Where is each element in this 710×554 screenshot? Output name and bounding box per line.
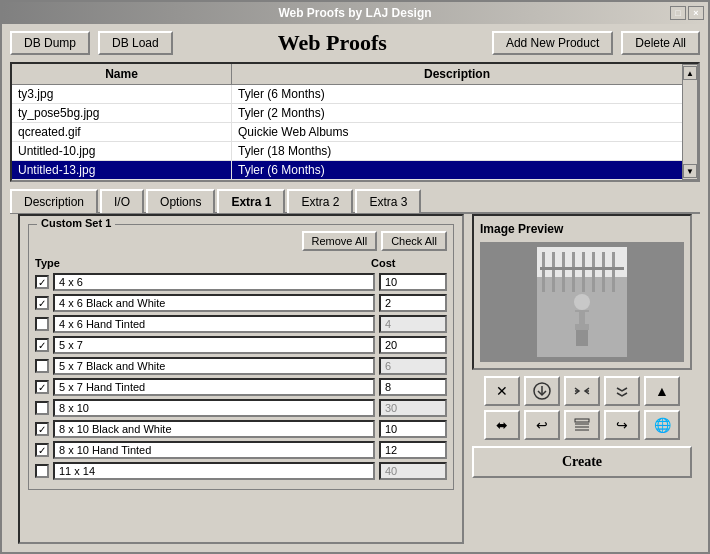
product-checkbox-9[interactable] [35, 464, 49, 478]
row-desc: Tyler (6 Months) [232, 85, 682, 103]
main-content: Custom Set 1 Remove All Check All Type C… [10, 212, 700, 552]
close-icon-btn[interactable]: ✕ [484, 376, 520, 406]
product-cost-9[interactable]: 40 [379, 462, 447, 480]
product-checkbox-2[interactable] [35, 317, 49, 331]
custom-set-label: Custom Set 1 [37, 217, 115, 229]
top-buttons: Remove All Check All [35, 231, 447, 251]
svg-rect-8 [602, 252, 605, 292]
table-row[interactable]: Untitled-13.jpg Tyler (6 Months) [12, 161, 682, 180]
product-cost-7[interactable]: 10 [379, 420, 447, 438]
svg-rect-4 [562, 252, 565, 292]
product-cost-6[interactable]: 30 [379, 399, 447, 417]
tab-options[interactable]: Options [146, 189, 215, 213]
left-right-icon-btn[interactable] [564, 376, 600, 406]
check-all-button[interactable]: Check All [381, 231, 447, 251]
expand-icon-btn[interactable]: ⬌ [484, 410, 520, 440]
product-checkbox-0[interactable]: ✓ [35, 275, 49, 289]
col-headers: Type Cost [35, 257, 447, 269]
svg-rect-16 [582, 330, 588, 346]
product-name-6: 8 x 10 [53, 399, 375, 417]
tab-extra3[interactable]: Extra 3 [355, 189, 421, 213]
tab-description[interactable]: Description [10, 189, 98, 213]
image-box [480, 242, 684, 362]
table-row[interactable]: ty3.jpg Tyler (6 Months) [12, 85, 682, 104]
product-cost-2[interactable]: 4 [379, 315, 447, 333]
scroll-down-arrow[interactable]: ▼ [683, 164, 697, 178]
download-icon-btn[interactable] [524, 376, 560, 406]
product-name-9: 11 x 14 [53, 462, 375, 480]
svg-rect-13 [573, 312, 579, 324]
db-load-button[interactable]: DB Load [98, 31, 173, 55]
product-cost-3[interactable]: 20 [379, 336, 447, 354]
rotate-right-icon-btn[interactable]: ↪ [604, 410, 640, 440]
tab-extra1[interactable]: Extra 1 [217, 189, 285, 213]
svg-rect-14 [585, 312, 591, 324]
row-name: ty_pose5bg.jpg [12, 104, 232, 122]
row-desc: Tyler (6 Months) [232, 161, 682, 179]
table-row[interactable]: ty_pose5bg.jpg Tyler (2 Months) [12, 104, 682, 123]
row-name: Untitled-13.jpg [12, 161, 232, 179]
file-table: Name Description ty3.jpg Tyler (6 Months… [10, 62, 700, 182]
add-new-product-button[interactable]: Add New Product [492, 31, 613, 55]
svg-rect-7 [592, 252, 595, 292]
toolbar: DB Dump DB Load Web Proofs Add New Produ… [2, 24, 708, 62]
type-col-header: Type [35, 257, 95, 269]
product-cost-4[interactable]: 6 [379, 357, 447, 375]
col-name-header: Name [12, 64, 232, 84]
svg-rect-3 [552, 252, 555, 292]
left-panel: Custom Set 1 Remove All Check All Type C… [18, 214, 464, 544]
create-button[interactable]: Create [472, 446, 692, 478]
row-name: ty3.jpg [12, 85, 232, 103]
product-cost-5[interactable]: 8 [379, 378, 447, 396]
product-checkbox-6[interactable] [35, 401, 49, 415]
product-name-8: 8 x 10 Hand Tinted [53, 441, 375, 459]
product-name-7: 8 x 10 Black and White [53, 420, 375, 438]
close-button[interactable]: × [688, 6, 704, 20]
image-preview-title: Image Preview [480, 222, 684, 236]
row-desc: Tyler (18 Months) [232, 142, 682, 160]
svg-point-11 [574, 294, 590, 310]
tab-io[interactable]: I/O [100, 189, 144, 213]
image-preview-section: Image Preview [472, 214, 692, 370]
name-col-header [95, 257, 367, 269]
remove-all-button[interactable]: Remove All [302, 231, 378, 251]
table-row[interactable]: Untitled-10.jpg Tyler (18 Months) [12, 142, 682, 161]
svg-rect-9 [612, 252, 615, 292]
delete-all-button[interactable]: Delete All [621, 31, 700, 55]
product-cost-0[interactable]: 10 [379, 273, 447, 291]
forward-icon-btn[interactable] [604, 376, 640, 406]
main-window: Web Proofs by LAJ Design □ × DB Dump DB … [0, 0, 710, 554]
window-title: Web Proofs by LAJ Design [278, 6, 431, 20]
tab-extra2[interactable]: Extra 2 [287, 189, 353, 213]
scroll-up-arrow[interactable]: ▲ [683, 66, 697, 80]
svg-rect-5 [572, 252, 575, 292]
right-panel: Image Preview [472, 214, 692, 544]
product-checkbox-4[interactable] [35, 359, 49, 373]
rotate-left-icon-btn[interactable]: ↩ [524, 410, 560, 440]
db-dump-button[interactable]: DB Dump [10, 31, 90, 55]
svg-rect-19 [575, 419, 589, 422]
product-cost-1[interactable]: 2 [379, 294, 447, 312]
up-icon-btn[interactable]: ▲ [644, 376, 680, 406]
icon-row-2: ⬌ ↩ ↪ 🌐 [472, 410, 692, 440]
product-name-4: 5 x 7 Black and White [53, 357, 375, 375]
product-row: ✓ 5 x 7 20 [35, 336, 447, 354]
minimize-button[interactable]: □ [670, 6, 686, 20]
product-checkbox-7[interactable]: ✓ [35, 422, 49, 436]
product-name-3: 5 x 7 [53, 336, 375, 354]
globe-icon-btn[interactable]: 🌐 [644, 410, 680, 440]
product-checkbox-3[interactable]: ✓ [35, 338, 49, 352]
product-checkbox-5[interactable]: ✓ [35, 380, 49, 394]
product-row: 4 x 6 Hand Tinted 4 [35, 315, 447, 333]
list-icon-btn[interactable] [564, 410, 600, 440]
table-scrollbar[interactable]: ▲ ▼ [682, 64, 698, 180]
product-cost-8[interactable]: 12 [379, 441, 447, 459]
product-checkbox-8[interactable]: ✓ [35, 443, 49, 457]
product-name-2: 4 x 6 Hand Tinted [53, 315, 375, 333]
table-row[interactable]: qcreated.gif Quickie Web Albums [12, 123, 682, 142]
table-inner: Name Description ty3.jpg Tyler (6 Months… [12, 64, 682, 180]
product-checkbox-1[interactable]: ✓ [35, 296, 49, 310]
product-row: ✓ 8 x 10 Hand Tinted 12 [35, 441, 447, 459]
icon-row-1: ✕ ▲ [472, 376, 692, 406]
title-bar: Web Proofs by LAJ Design □ × [2, 2, 708, 24]
